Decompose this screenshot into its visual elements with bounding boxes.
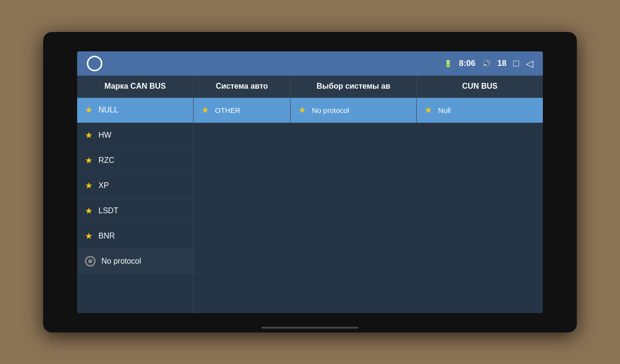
item-label-lsdt: LSDT (98, 206, 118, 215)
list-item-rzc[interactable]: ★ RZC (77, 148, 193, 174)
empty-content-area (194, 123, 543, 313)
list-item-bnr[interactable]: ★ BNR (77, 224, 193, 249)
top-row-panels: ★ OTHER ★ No protocol ★ Null (194, 98, 543, 123)
star-icon-null: ★ (85, 105, 93, 115)
list-panel: ★ NULL ★ HW ★ RZC ★ XP ★ LSDT (77, 98, 194, 313)
list-item-null[interactable]: ★ NULL (77, 98, 193, 123)
back-icon[interactable]: ◁ (526, 58, 533, 69)
header-col4: CUN BUS (417, 76, 543, 97)
status-time: 8:06 (459, 59, 475, 68)
device-frame: 🔋 8:06 🔊 18 □ ◁ Марка CAN BUS Система ав… (43, 32, 577, 332)
item-label-rzc: RZC (98, 156, 114, 165)
star-icon-no-protocol-col3: ★ (298, 105, 306, 115)
right-panels: ★ OTHER ★ No protocol ★ Null (194, 98, 543, 313)
home-circle-icon[interactable] (87, 56, 102, 71)
star-icon-hw: ★ (85, 130, 93, 141)
list-item-xp[interactable]: ★ XP (77, 174, 193, 199)
column-headers: Марка CAN BUS Система авто Выбор системы… (77, 76, 543, 98)
panel-col4-selected[interactable]: ★ Null (417, 98, 543, 123)
star-icon-lsdt: ★ (85, 206, 93, 216)
square-icon[interactable]: □ (513, 58, 519, 69)
bottom-nav-bar (261, 327, 359, 329)
star-icon-bnr: ★ (85, 231, 93, 241)
header-col2: Система авто (194, 76, 291, 97)
panel-col2-selected[interactable]: ★ OTHER (194, 98, 291, 123)
item-label-null: NULL (98, 106, 118, 114)
screen: 🔋 8:06 🔊 18 □ ◁ Марка CAN BUS Система ав… (77, 51, 543, 313)
star-icon-other: ★ (201, 105, 209, 115)
item-label-hw: HW (98, 131, 112, 140)
status-right: 🔋 8:06 🔊 18 □ ◁ (444, 58, 533, 69)
circle-icon-no-protocol (85, 256, 96, 267)
star-icon-rzc: ★ (85, 155, 93, 166)
panel-label-no-protocol: No protocol (312, 106, 349, 114)
header-col3: Выбор системы ав (291, 76, 417, 97)
panel-label-null: Null (438, 106, 451, 114)
list-item-lsdt[interactable]: ★ LSDT (77, 199, 193, 224)
list-item-no-protocol[interactable]: No protocol (77, 249, 193, 274)
star-icon-null-col4: ★ (424, 105, 432, 115)
panel-col3-selected[interactable]: ★ No protocol (291, 98, 417, 123)
battery-icon: 🔋 (444, 60, 452, 67)
signal-value: 18 (497, 59, 506, 68)
content-area: ★ NULL ★ HW ★ RZC ★ XP ★ LSDT (77, 98, 543, 313)
panel-label-other: OTHER (215, 106, 241, 114)
status-bar: 🔋 8:06 🔊 18 □ ◁ (77, 51, 543, 76)
item-label-bnr: BNR (98, 232, 115, 240)
item-label-no-protocol: No protocol (101, 257, 141, 266)
header-col1: Марка CAN BUS (77, 76, 194, 97)
star-icon-xp: ★ (85, 180, 93, 191)
list-item-hw[interactable]: ★ HW (77, 123, 193, 148)
volume-icon: 🔊 (482, 60, 490, 67)
item-label-xp: XP (98, 181, 109, 190)
